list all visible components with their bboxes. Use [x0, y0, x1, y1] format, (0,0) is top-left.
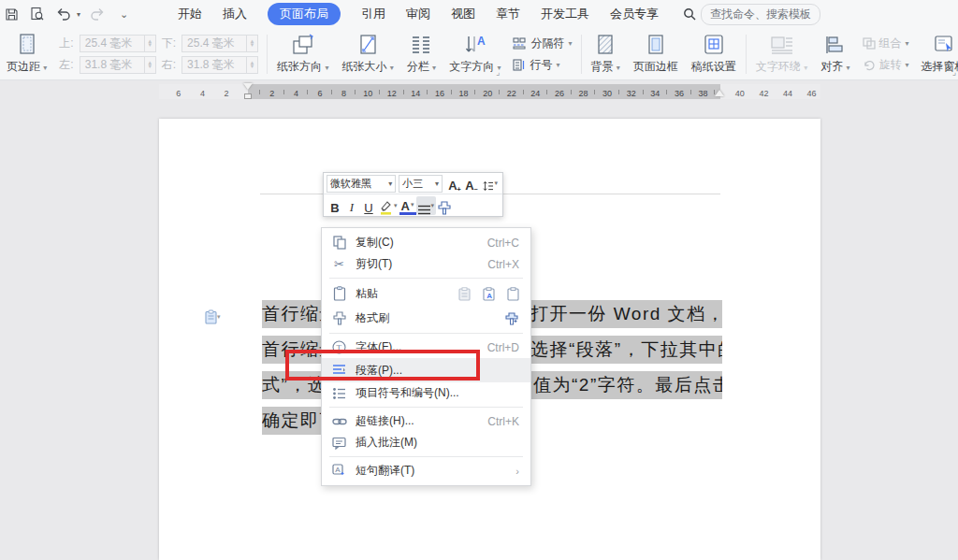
- ribbon-separator: [581, 35, 582, 74]
- group-dialog-launcher[interactable]: ⌟: [496, 67, 500, 77]
- background-button[interactable]: 背景 ▾: [585, 30, 627, 79]
- font-size-select[interactable]: 小三▾: [399, 175, 443, 193]
- align-button[interactable]: 对齐 ▾: [814, 30, 856, 79]
- page-margin-button[interactable]: 页边距 ▾: [0, 30, 53, 79]
- tab-member[interactable]: 会员专享: [610, 6, 659, 22]
- highlight-color-button[interactable]: ▾: [377, 196, 399, 215]
- menu-item-cut[interactable]: ✂ 剪切(T) Ctrl+X: [322, 253, 530, 275]
- columns-button[interactable]: 分栏 ▾: [400, 30, 443, 79]
- caret-down-icon: ▾: [411, 198, 414, 210]
- paste-options-icon: [204, 309, 218, 324]
- line-numbers-button[interactable]: 行号▾: [513, 57, 572, 73]
- left-indent-marker[interactable]: [244, 93, 252, 99]
- alignment-button[interactable]: ▾: [416, 196, 437, 215]
- save-icon[interactable]: [2, 5, 21, 23]
- tab-home[interactable]: 开始: [178, 6, 202, 22]
- first-line-indent-marker[interactable]: [243, 83, 253, 90]
- menu-item-insert-comment[interactable]: 插入批注(M): [322, 432, 530, 453]
- spinner-icon: ▲▼: [144, 57, 155, 73]
- scissors-icon: ✂: [331, 257, 347, 271]
- paste-options-button[interactable]: ▾: [204, 309, 221, 324]
- tab-insert[interactable]: 插入: [223, 6, 247, 22]
- horizontal-ruler[interactable]: 642 2468101214161820222426283032343638 4…: [0, 82, 958, 103]
- paper-orientation-button[interactable]: 纸张方向 ▾: [270, 30, 335, 79]
- underline-button[interactable]: U: [360, 196, 377, 215]
- bold-button[interactable]: B: [327, 196, 343, 215]
- right-indent-marker[interactable]: [715, 90, 724, 96]
- ribbon-toolbar: 页边距 ▾ 上: 25.4 毫米▲▼ 下: 25.4 毫米▲▼ 左: 31.8 …: [0, 28, 958, 80]
- menu-item-hyperlink[interactable]: 超链接(H)... Ctrl+K: [322, 410, 530, 432]
- group-button: 组合▾: [863, 36, 909, 51]
- caret-down-icon: ▾: [494, 179, 498, 187]
- paper-orientation-icon: [291, 34, 315, 56]
- comment-icon: [331, 437, 347, 450]
- font-dialog-icon: T: [331, 340, 347, 354]
- paper-size-button[interactable]: 纸张大小 ▾: [335, 30, 399, 79]
- caret-down-icon: ▾: [617, 64, 620, 72]
- menu-item-paragraph[interactable]: 段落(P)...: [322, 358, 530, 382]
- undo-icon[interactable]: [54, 5, 73, 23]
- breaks-button[interactable]: 分隔符▾: [513, 36, 572, 51]
- increase-font-button[interactable]: A+: [446, 174, 463, 193]
- paste-keep-format-icon: [458, 287, 471, 301]
- format-painter-button[interactable]: [436, 196, 453, 215]
- line-spacing-icon: [482, 179, 494, 193]
- menu-item-font[interactable]: T 字体(F)... Ctrl+D: [322, 337, 530, 358]
- page-margin-icon: [17, 34, 37, 56]
- ribbon-tabs: 开始 插入 页面布局 引用 审阅 视图 章节 开发工具 会员专享: [178, 3, 659, 25]
- menu-item-translate[interactable]: A 短句翻译(T) ›: [322, 460, 530, 481]
- spinner-icon: ▲▼: [144, 36, 155, 51]
- translate-icon: A: [331, 464, 347, 478]
- command-search[interactable]: 查找命令、搜索模板: [683, 4, 820, 25]
- align-icon: [824, 34, 847, 56]
- paste-text-only-icon: [507, 287, 519, 301]
- tab-view[interactable]: 视图: [451, 6, 475, 22]
- redo-icon: [88, 5, 107, 23]
- search-input[interactable]: 查找命令、搜索模板: [701, 4, 820, 25]
- caret-down-icon: ▾: [388, 179, 392, 188]
- breaks-linenumbers-group: 分隔符▾ 行号▾: [507, 30, 577, 79]
- page-border-button[interactable]: 页面边框: [627, 30, 685, 79]
- margin-bottom-label: 下:: [162, 36, 176, 51]
- tab-review[interactable]: 审阅: [406, 6, 430, 22]
- menu-item-paste[interactable]: 粘贴 A: [322, 281, 530, 306]
- format-painter-alt-icon: [505, 311, 519, 325]
- italic-button[interactable]: I: [343, 196, 360, 215]
- menu-item-copy[interactable]: 复制(C) Ctrl+C: [322, 232, 530, 253]
- text-wrap-icon: [770, 34, 794, 56]
- menu-item-bullets-numbering[interactable]: 项目符号和编号(N)...: [322, 382, 530, 404]
- decrease-font-button[interactable]: A−: [463, 174, 480, 193]
- paper-size-icon: [357, 34, 378, 56]
- tab-section[interactable]: 章节: [496, 6, 520, 22]
- paste-match-style-icon: A: [483, 287, 495, 301]
- quick-access-toolbar: ▾ ⌄: [0, 5, 178, 23]
- line-spacing-button[interactable]: ▾: [480, 174, 500, 193]
- margin-bottom-field: 25.4 毫米▲▼: [181, 35, 258, 52]
- selection-pane-icon: [933, 34, 955, 56]
- undo-caret-icon[interactable]: ▾: [77, 10, 80, 19]
- print-preview-icon[interactable]: [28, 5, 47, 23]
- margin-top-label: 上:: [59, 36, 73, 51]
- font-color-button[interactable]: A▾: [399, 196, 416, 215]
- font-name-select[interactable]: 微软雅黑▾: [327, 175, 396, 193]
- margin-right-label: 右:: [162, 57, 176, 73]
- caret-down-icon: ▾: [43, 64, 47, 72]
- ruler-left-numbers: 642: [167, 86, 239, 101]
- toolbar-options-icon[interactable]: ⌄: [120, 8, 128, 21]
- ruler-right-numbers: 40424446: [728, 86, 823, 101]
- tab-dev-tools[interactable]: 开发工具: [541, 6, 589, 22]
- caret-down-icon: ▾: [556, 61, 559, 69]
- caret-down-icon: ▾: [847, 64, 850, 72]
- manuscript-setup-button[interactable]: 稿纸设置: [685, 30, 743, 79]
- group-dialog-launcher[interactable]: ⌟: [952, 67, 956, 77]
- search-icon: [683, 7, 696, 21]
- rotate-button: 旋转▾: [863, 57, 909, 73]
- tab-references[interactable]: 引用: [361, 6, 385, 22]
- caret-down-icon: ▾: [906, 39, 909, 48]
- tab-page-layout[interactable]: 页面布局: [268, 3, 341, 25]
- spinner-icon: ▲▼: [246, 57, 257, 73]
- menu-item-format-painter[interactable]: 格式刷: [322, 306, 530, 330]
- caret-down-icon: ▾: [432, 64, 436, 72]
- margin-left-label: 左:: [59, 57, 73, 73]
- background-icon: [595, 34, 616, 56]
